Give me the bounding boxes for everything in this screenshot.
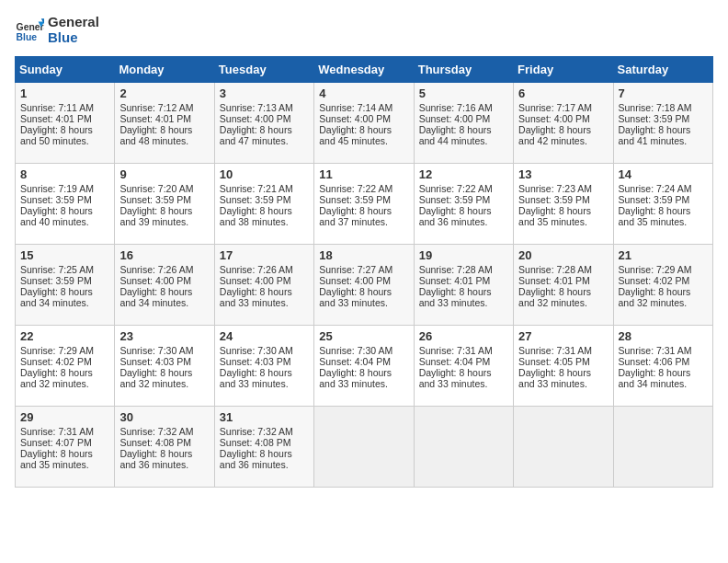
calendar-week-row: 29 Sunrise: 7:31 AM Sunset: 4:07 PM Dayl… (16, 407, 713, 488)
sunrise-label: Sunrise: 7:32 AM (220, 426, 293, 437)
column-header-friday: Friday (514, 57, 613, 83)
daylight-label: Daylight: 8 hours and 45 minutes. (319, 124, 392, 146)
day-number: 8 (20, 167, 109, 181)
sunset-label: Sunset: 4:08 PM (119, 437, 191, 448)
sunrise-label: Sunrise: 7:12 AM (119, 102, 193, 113)
day-number: 23 (119, 329, 209, 343)
calendar-week-row: 15 Sunrise: 7:25 AM Sunset: 3:59 PM Dayl… (16, 245, 713, 326)
sunrise-label: Sunrise: 7:29 AM (20, 345, 94, 356)
sunrise-label: Sunrise: 7:28 AM (419, 264, 493, 275)
day-number: 2 (119, 86, 209, 100)
calendar-cell: 1 Sunrise: 7:11 AM Sunset: 4:01 PM Dayli… (16, 83, 115, 164)
day-number: 15 (20, 248, 109, 262)
calendar-cell (514, 407, 613, 488)
daylight-label: Daylight: 8 hours and 33 minutes. (319, 286, 392, 308)
daylight-label: Daylight: 8 hours and 47 minutes. (220, 124, 292, 146)
calendar-cell: 26 Sunrise: 7:31 AM Sunset: 4:04 PM Dayl… (414, 326, 513, 407)
daylight-label: Daylight: 8 hours and 38 minutes. (220, 205, 292, 227)
calendar-cell (314, 407, 414, 488)
svg-text:Blue: Blue (17, 32, 38, 42)
sunrise-label: Sunrise: 7:18 AM (619, 102, 692, 113)
calendar-cell: 9 Sunrise: 7:20 AM Sunset: 3:59 PM Dayli… (115, 164, 214, 245)
day-number: 18 (319, 248, 408, 262)
sunrise-label: Sunrise: 7:21 AM (220, 183, 293, 194)
sunrise-label: Sunrise: 7:24 AM (619, 183, 692, 194)
daylight-label: Daylight: 8 hours and 35 minutes. (619, 205, 691, 227)
calendar-cell: 23 Sunrise: 7:30 AM Sunset: 4:03 PM Dayl… (115, 326, 214, 407)
daylight-label: Daylight: 8 hours and 34 minutes. (20, 286, 93, 308)
logo: General Blue General Blue (15, 15, 99, 45)
sunrise-label: Sunrise: 7:27 AM (319, 264, 392, 275)
calendar-cell: 10 Sunrise: 7:21 AM Sunset: 3:59 PM Dayl… (214, 164, 313, 245)
logo-general: General (48, 15, 99, 30)
calendar-cell: 8 Sunrise: 7:19 AM Sunset: 3:59 PM Dayli… (16, 164, 115, 245)
day-number: 6 (518, 86, 608, 100)
daylight-label: Daylight: 8 hours and 50 minutes. (20, 124, 93, 146)
calendar-cell: 16 Sunrise: 7:26 AM Sunset: 4:00 PM Dayl… (115, 245, 214, 326)
day-number: 1 (20, 86, 109, 100)
daylight-label: Daylight: 8 hours and 39 minutes. (119, 205, 192, 227)
day-number: 30 (119, 410, 209, 424)
daylight-label: Daylight: 8 hours and 32 minutes. (119, 367, 192, 389)
sunset-label: Sunset: 4:02 PM (20, 356, 92, 367)
sunset-label: Sunset: 3:59 PM (319, 194, 391, 205)
day-number: 7 (619, 86, 708, 100)
sunset-label: Sunset: 3:59 PM (119, 194, 191, 205)
sunrise-label: Sunrise: 7:16 AM (419, 102, 493, 113)
sunrise-label: Sunrise: 7:31 AM (619, 345, 692, 356)
calendar-cell: 12 Sunrise: 7:22 AM Sunset: 3:59 PM Dayl… (414, 164, 513, 245)
day-number: 13 (518, 167, 608, 181)
sunset-label: Sunset: 4:00 PM (119, 275, 191, 286)
day-number: 11 (319, 167, 408, 181)
sunset-label: Sunset: 4:00 PM (319, 275, 391, 286)
sunrise-label: Sunrise: 7:28 AM (518, 264, 592, 275)
daylight-label: Daylight: 8 hours and 33 minutes. (419, 286, 492, 308)
sunrise-label: Sunrise: 7:19 AM (20, 183, 94, 194)
day-number: 29 (20, 410, 109, 424)
daylight-label: Daylight: 8 hours and 48 minutes. (119, 124, 192, 146)
daylight-label: Daylight: 8 hours and 33 minutes. (518, 367, 591, 389)
day-number: 26 (419, 329, 508, 343)
daylight-label: Daylight: 8 hours and 33 minutes. (319, 367, 392, 389)
day-number: 16 (119, 248, 209, 262)
sunset-label: Sunset: 4:04 PM (319, 356, 391, 367)
calendar-cell: 5 Sunrise: 7:16 AM Sunset: 4:00 PM Dayli… (414, 83, 513, 164)
daylight-label: Daylight: 8 hours and 34 minutes. (119, 286, 192, 308)
calendar-cell: 14 Sunrise: 7:24 AM Sunset: 3:59 PM Dayl… (613, 164, 712, 245)
sunset-label: Sunset: 4:00 PM (220, 113, 291, 124)
column-header-saturday: Saturday (613, 57, 712, 83)
sunset-label: Sunset: 4:00 PM (518, 113, 590, 124)
calendar-cell: 29 Sunrise: 7:31 AM Sunset: 4:07 PM Dayl… (16, 407, 115, 488)
sunrise-label: Sunrise: 7:31 AM (20, 426, 94, 437)
daylight-label: Daylight: 8 hours and 44 minutes. (419, 124, 492, 146)
calendar-cell: 27 Sunrise: 7:31 AM Sunset: 4:05 PM Dayl… (514, 326, 613, 407)
calendar-cell: 22 Sunrise: 7:29 AM Sunset: 4:02 PM Dayl… (16, 326, 115, 407)
day-number: 12 (419, 167, 508, 181)
sunset-label: Sunset: 4:07 PM (20, 437, 92, 448)
sunrise-label: Sunrise: 7:26 AM (220, 264, 293, 275)
sunset-label: Sunset: 4:08 PM (220, 437, 291, 448)
day-number: 14 (619, 167, 708, 181)
day-number: 4 (319, 86, 408, 100)
calendar-cell: 15 Sunrise: 7:25 AM Sunset: 3:59 PM Dayl… (16, 245, 115, 326)
sunset-label: Sunset: 4:00 PM (319, 113, 391, 124)
sunset-label: Sunset: 4:06 PM (619, 356, 690, 367)
day-number: 31 (220, 410, 309, 424)
day-number: 20 (518, 248, 608, 262)
sunset-label: Sunset: 3:59 PM (619, 113, 690, 124)
sunrise-label: Sunrise: 7:22 AM (419, 183, 493, 194)
sunset-label: Sunset: 4:01 PM (518, 275, 590, 286)
day-number: 3 (220, 86, 309, 100)
calendar-week-row: 8 Sunrise: 7:19 AM Sunset: 3:59 PM Dayli… (16, 164, 713, 245)
sunset-label: Sunset: 4:03 PM (220, 356, 291, 367)
sunrise-label: Sunrise: 7:29 AM (619, 264, 692, 275)
sunrise-label: Sunrise: 7:23 AM (518, 183, 592, 194)
daylight-label: Daylight: 8 hours and 33 minutes. (220, 286, 292, 308)
sunrise-label: Sunrise: 7:22 AM (319, 183, 392, 194)
calendar-cell (414, 407, 513, 488)
column-header-monday: Monday (115, 57, 214, 83)
calendar-cell: 3 Sunrise: 7:13 AM Sunset: 4:00 PM Dayli… (214, 83, 313, 164)
sunrise-label: Sunrise: 7:32 AM (119, 426, 193, 437)
sunrise-label: Sunrise: 7:30 AM (319, 345, 392, 356)
day-number: 9 (119, 167, 209, 181)
